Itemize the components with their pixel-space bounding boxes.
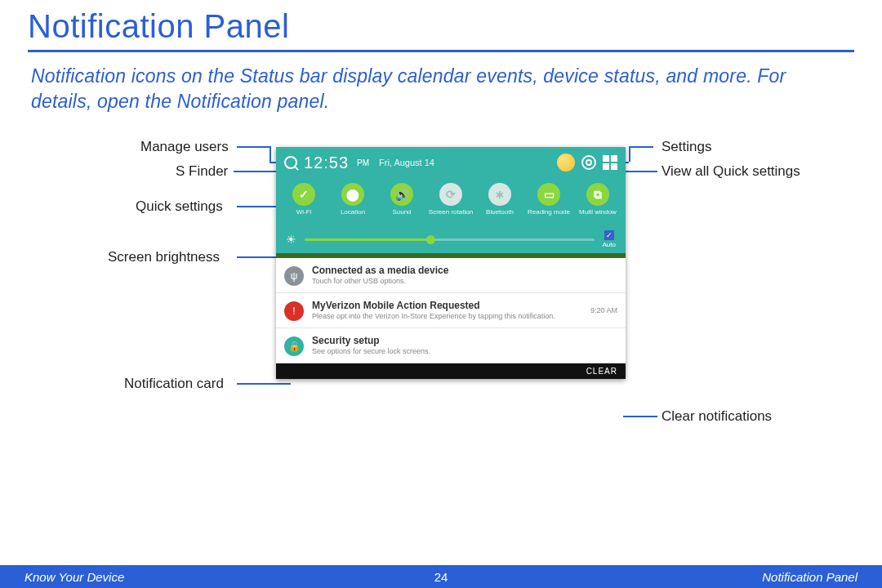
- callout-s-finder: S Finder: [176, 163, 228, 180]
- qs-label: Reading mode: [528, 209, 570, 222]
- user-avatar-icon[interactable]: [557, 154, 575, 172]
- notification-card[interactable]: !MyVerizon Mobile Action RequestedPlease…: [276, 293, 626, 328]
- qs-label: Wi-Fi: [296, 209, 312, 222]
- notification-card[interactable]: 🔒Security setupSee options for secure lo…: [276, 328, 626, 363]
- intro-text: Notification icons on the Status bar dis…: [0, 64, 825, 114]
- lead: [237, 146, 270, 148]
- brightness-auto[interactable]: ✓ Auto: [603, 230, 616, 248]
- notif-subtitle: See options for secure lock screens.: [312, 347, 617, 355]
- phone-panel: 12:53 PM Fri, August 14 ✓Wi-Fi⬤Location🔊…: [276, 147, 626, 379]
- qs-icon: 🔊: [390, 183, 413, 206]
- callout-quick-settings: Quick settings: [136, 198, 223, 215]
- notif-subtitle: Touch for other USB options.: [312, 277, 617, 285]
- lead: [629, 146, 653, 148]
- qs-icon: ⧉: [586, 183, 609, 206]
- lead: [623, 416, 657, 417]
- callout-notification-card: Notification card: [124, 376, 224, 392]
- notif-title: Connected as a media device: [312, 265, 617, 276]
- notif-subtitle: Please opt into the Verizon In-Store Exp…: [312, 312, 582, 320]
- search-icon[interactable]: [284, 156, 297, 169]
- callout-settings: Settings: [662, 139, 711, 155]
- grid-icon[interactable]: [603, 155, 617, 170]
- qs-icon: ⟳: [439, 183, 462, 206]
- notification-card[interactable]: ψConnected as a media deviceTouch for ot…: [276, 258, 626, 293]
- diagram: Manage users S Finder Quick settings Scr…: [33, 139, 849, 482]
- qs-label: Location: [341, 209, 365, 222]
- notif-time: 9:20 AM: [590, 306, 617, 314]
- brightness-row: ☀ ✓ Auto: [276, 225, 626, 253]
- qs-icon: ✓: [292, 183, 315, 206]
- brightness-icon: ☀: [286, 233, 296, 246]
- qs-item[interactable]: ⟳Screen rotation: [428, 183, 474, 222]
- status-date: Fri, August 14: [379, 158, 434, 167]
- qs-label: Multi window: [579, 209, 617, 222]
- callout-view-all: View all Quick settings: [662, 163, 800, 180]
- qs-item[interactable]: ⧉Multi window: [575, 183, 621, 222]
- qs-item[interactable]: ∗Bluetooth: [477, 183, 523, 222]
- callout-manage-users: Manage users: [140, 139, 229, 155]
- lead: [237, 383, 291, 385]
- qs-icon: ▭: [537, 183, 560, 206]
- callout-screen-brightness: Screen brightness: [108, 249, 220, 265]
- status-time: 12:53: [304, 154, 349, 172]
- notif-title: Security setup: [312, 335, 617, 346]
- qs-icon: ⬤: [341, 183, 364, 206]
- title-divider: [28, 50, 854, 52]
- qs-label: Sound: [392, 209, 411, 222]
- brightness-slider[interactable]: [305, 238, 595, 241]
- page-footer: Know Your Device 24 Notification Panel: [0, 565, 882, 588]
- qs-item[interactable]: ✓Wi-Fi: [281, 183, 327, 222]
- qs-icon: ∗: [488, 183, 511, 206]
- qs-label: Screen rotation: [429, 209, 473, 222]
- qs-item[interactable]: 🔊Sound: [379, 183, 425, 222]
- callout-clear-notifications: Clear notifications: [662, 408, 772, 425]
- footer-page: 24: [0, 570, 882, 584]
- lead: [270, 146, 271, 162]
- notif-icon: !: [284, 301, 304, 321]
- notif-title: MyVerizon Mobile Action Requested: [312, 300, 582, 311]
- notif-icon: 🔒: [284, 336, 304, 356]
- qs-item[interactable]: ⬤Location: [330, 183, 376, 222]
- notif-icon: ψ: [284, 266, 304, 286]
- status-ampm: PM: [357, 158, 369, 167]
- quick-settings-row: ✓Wi-Fi⬤Location🔊Sound⟳Screen rotation∗Bl…: [276, 178, 626, 225]
- qs-item[interactable]: ▭Reading mode: [526, 183, 572, 222]
- qs-label: Bluetooth: [486, 209, 514, 222]
- gear-icon[interactable]: [581, 155, 596, 170]
- status-bar: 12:53 PM Fri, August 14: [276, 147, 626, 178]
- lead: [629, 146, 630, 162]
- page-title: Notification Panel: [0, 0, 882, 50]
- clear-button[interactable]: CLEAR: [276, 363, 626, 379]
